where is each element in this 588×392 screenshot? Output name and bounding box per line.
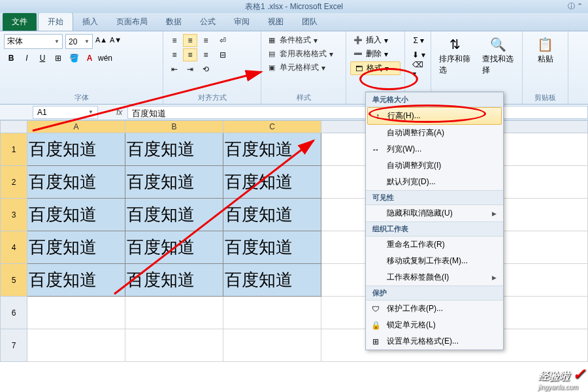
help-icon[interactable]: ⓘ ⌃	[568, 1, 583, 11]
insert-cells-button[interactable]: ➕插入 ▾	[350, 34, 400, 46]
row-header[interactable]: 4	[0, 231, 27, 264]
menu-format-cells[interactable]: ⊞设置单元格格式(E)...	[366, 333, 503, 350]
align-right-icon[interactable]: ≡	[199, 48, 213, 61]
fill-color-button[interactable]: 🪣	[67, 52, 81, 65]
align-bottom-icon[interactable]: ≡	[199, 34, 213, 47]
cell[interactable]	[125, 297, 223, 329]
format-cells-button[interactable]: 🗔格式 ▾	[350, 61, 400, 75]
wrap-text-icon[interactable]: ⏎	[216, 34, 230, 47]
row-header[interactable]: 2	[0, 166, 27, 199]
menu-header-visibility: 可见性	[366, 190, 503, 205]
cell[interactable]: 百度知道	[27, 166, 125, 199]
tab-data[interactable]: 数据	[157, 13, 191, 31]
fill-icon[interactable]: ⬇ ▾	[412, 48, 426, 61]
autosum-icon[interactable]: Σ ▾	[412, 34, 426, 47]
cell-style-button[interactable]: ▣单元格样式 ▾	[265, 61, 342, 74]
tab-review[interactable]: 审阅	[225, 13, 259, 31]
cell[interactable]: 百度知道	[223, 133, 321, 166]
cell[interactable]: 百度知道	[125, 264, 223, 297]
table-format-button[interactable]: ▤套用表格格式 ▾	[265, 48, 342, 60]
tab-team[interactable]: 团队	[293, 13, 327, 31]
menu-autofit-row[interactable]: 自动调整行高(A)	[366, 125, 503, 141]
border-button[interactable]: ⊞	[51, 52, 65, 65]
cell[interactable]: 百度知道	[27, 133, 125, 166]
cell[interactable]: 百度知道	[27, 199, 125, 231]
indent-inc-icon[interactable]: ⇥	[183, 63, 197, 76]
align-top-icon[interactable]: ≡	[167, 34, 182, 47]
row-header[interactable]: 1	[0, 133, 27, 166]
find-select-button[interactable]: 🔍查找和选择	[478, 34, 519, 77]
cell[interactable]: 百度知道	[27, 231, 125, 264]
lock-icon: 🔒	[370, 320, 382, 331]
menu-move-sheet[interactable]: 移动或复制工作表(M)...	[366, 253, 503, 269]
align-middle-icon[interactable]: ≡	[183, 34, 197, 47]
tab-layout[interactable]: 页面布局	[107, 13, 157, 31]
row-header[interactable]: 5	[0, 264, 27, 297]
font-group-label: 字体	[4, 91, 159, 103]
increase-font-icon[interactable]: A▲	[95, 34, 107, 46]
menu-col-width[interactable]: ↔列宽(W)...	[366, 141, 503, 157]
menu-default-width[interactable]: 默认列宽(D)...	[366, 174, 503, 190]
font-size-combo[interactable]: 20▼	[65, 34, 93, 49]
cell[interactable]: 百度知道	[125, 166, 223, 199]
menu-rename-sheet[interactable]: 重命名工作表(R)	[366, 237, 503, 253]
insert-icon: ➕	[353, 35, 363, 46]
conditional-format-button[interactable]: ▦条件格式 ▾	[265, 34, 342, 46]
menu-tab-color[interactable]: 工作表标签颜色(I)▶	[366, 269, 503, 286]
cell[interactable]: 百度知道	[223, 199, 321, 231]
font-name-combo[interactable]: 宋体▼	[4, 34, 63, 49]
cell[interactable]: 百度知道	[125, 199, 223, 231]
clipboard-group-label: 剪贴板	[527, 91, 564, 103]
menu-autofit-col[interactable]: 自动调整列宽(I)	[366, 157, 503, 174]
cell[interactable]: 百度知道	[125, 231, 223, 264]
cell[interactable]	[125, 329, 223, 362]
sort-filter-button[interactable]: ⇅排序和筛选	[435, 34, 476, 77]
italic-button[interactable]: I	[20, 52, 34, 65]
orientation-icon[interactable]: ⟲	[199, 63, 213, 76]
tab-insert[interactable]: 插入	[73, 13, 107, 31]
delete-cells-button[interactable]: ➖删除 ▾	[350, 48, 400, 60]
cell[interactable]	[27, 297, 125, 329]
cell[interactable]: 百度知道	[223, 166, 321, 199]
cell[interactable]: 百度知道	[125, 133, 223, 166]
bold-button[interactable]: B	[4, 52, 18, 65]
menu-header-organize: 组织工作表	[366, 221, 503, 237]
tab-home[interactable]: 开始	[38, 12, 73, 31]
tab-view[interactable]: 视图	[259, 13, 293, 31]
tab-formula[interactable]: 公式	[191, 13, 225, 31]
paste-button[interactable]: 📋粘贴	[527, 34, 564, 66]
cell[interactable]	[223, 329, 321, 362]
fx-icon[interactable]: fx	[111, 108, 127, 117]
cell[interactable]: 百度知道	[223, 231, 321, 264]
align-left-icon[interactable]: ≡	[167, 48, 182, 61]
cell[interactable]	[223, 297, 321, 329]
phonetic-button[interactable]: wén	[98, 52, 112, 65]
menu-lock-cell[interactable]: 🔒锁定单元格(L)	[366, 317, 503, 333]
styles-group-label: 样式	[265, 91, 342, 103]
clear-icon[interactable]: ⌫ ▾	[412, 63, 426, 76]
formula-input[interactable]: 百度知道	[127, 106, 588, 119]
menu-row-height[interactable]: ↕行高(H)...	[367, 107, 502, 125]
cell[interactable]: 百度知道	[27, 264, 125, 297]
select-all-corner[interactable]	[0, 120, 27, 133]
col-header-b[interactable]: B	[125, 120, 223, 133]
decrease-font-icon[interactable]: A▼	[110, 34, 122, 46]
cell[interactable]	[27, 329, 125, 362]
col-header-a[interactable]: A	[27, 120, 125, 133]
underline-button[interactable]: U	[35, 52, 50, 65]
row-header[interactable]: 6	[0, 297, 27, 329]
menu-hide-unhide[interactable]: 隐藏和取消隐藏(U)▶	[366, 205, 503, 221]
align-center-icon[interactable]: ≡	[183, 48, 197, 61]
window-title: 表格1 .xlsx - Microsoft Excel	[245, 1, 343, 12]
col-header-c[interactable]: C	[223, 120, 321, 133]
row-header[interactable]: 7	[0, 329, 27, 362]
font-color-button[interactable]: A	[82, 52, 97, 65]
indent-dec-icon[interactable]: ⇤	[167, 63, 182, 76]
tab-file[interactable]: 文件	[3, 13, 37, 31]
align-group-label: 对齐方式	[167, 91, 257, 103]
cell[interactable]: 百度知道	[223, 264, 321, 297]
merge-icon[interactable]: ⊟	[216, 48, 230, 61]
name-box[interactable]: A1▼	[33, 106, 98, 119]
row-header[interactable]: 3	[0, 199, 27, 231]
menu-protect-sheet[interactable]: 🛡保护工作表(P)...	[366, 301, 503, 317]
